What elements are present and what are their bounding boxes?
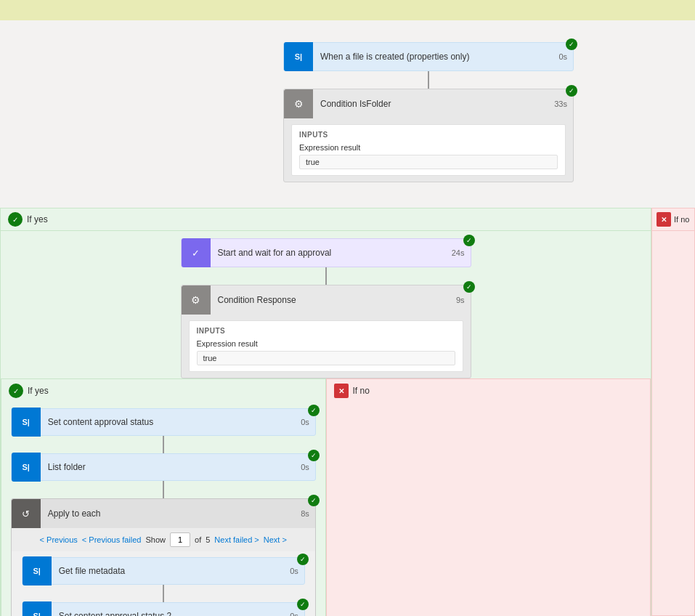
list-folder-block[interactable]: S| List folder 0s ✓ [11,453,316,481]
nested-if-yes-badge: ✓ [9,384,23,398]
apply-each-content: S| Get file metadata 0s ✓ S| [12,551,315,616]
connector-2 [325,267,327,285]
set-approval-block[interactable]: S| Set content approval status 0s ✓ [11,408,316,436]
approval-time: 24s [446,248,471,257]
set-approval2-time: 0s [284,612,304,616]
show-label: Show [146,535,166,544]
pagination-bar: < Previous < Previous failed Show of 5 N… [12,528,315,551]
trigger-block[interactable]: S| When a file is created (properties on… [283,42,574,71]
inputs-label-1: INPUTS [299,131,558,139]
apply-each-time: 8s [295,509,315,518]
set-approval-badge: ✓ [308,405,320,416]
prev-failed-btn[interactable]: < Previous failed [82,535,142,544]
if-yes-label-top: If yes [27,214,48,224]
expr-label-2: Expression result [197,339,455,348]
nested-if-no-badge: ✕ [334,384,349,398]
condition-response-label: Condition Response [211,295,450,305]
expr-value-1: true [299,155,558,169]
condition-isfolder-label: Condition IsFolder [313,99,548,109]
total-pages: 5 [206,535,210,544]
if-yes-header-top: ✓ If yes [0,208,651,231]
nested-if-yes: ✓ If yes S| Set content approval status … [1,378,326,616]
expr-value-2: true [197,351,455,365]
connector-1 [428,71,429,89]
condition-response-block[interactable]: ⚙ Condition Response 9s ✓ INPUTS Express… [181,285,471,378]
set-approval2-block[interactable]: S| Set content approval status 2 0s ✓ [22,602,305,616]
set-approval-time: 0s [295,418,315,426]
approval-icon: ✓ [182,238,211,267]
if-yes-badge-top: ✓ [8,212,23,227]
apply-each-label: Apply to each [41,508,295,519]
condition-isfolder-time: 33s [548,100,573,108]
get-file-time: 0s [284,567,304,575]
connector-4 [163,481,164,498]
inputs-label-2: INPUTS [197,327,455,335]
if-no-column [651,231,695,616]
condition-isfolder-badge: ✓ [566,85,577,97]
if-no-header-top: ✕ If no [651,208,695,231]
if-no-badge-top: ✕ [657,212,671,227]
nested-if-yes-header: ✓ If yes [1,379,325,402]
set-approval2-badge: ✓ [297,599,309,610]
trigger-success-badge: ✓ [566,38,577,50]
condition-resp-icon: ⚙ [182,285,211,315]
get-file-metadata-block[interactable]: S| Get file metadata 0s ✓ [22,557,305,585]
expr-label-1: Expression result [299,143,558,152]
get-file-icon: S| [23,556,52,585]
trigger-time: 0s [553,52,573,61]
condition-response-inputs: INPUTS Expression result true [189,320,463,372]
condition-response-badge: ✓ [463,281,475,293]
condition-response-header: ⚙ Condition Response 9s ✓ [182,285,471,315]
condition-isfolder-inputs: INPUTS Expression result true [291,124,566,176]
list-folder-icon: S| [12,453,41,482]
top-bar [0,0,695,20]
approval-badge: ✓ [463,235,475,246]
apply-each-badge: ✓ [308,495,320,506]
condition-response-time: 9s [450,296,471,304]
sharepoint-icon: S| [284,42,313,71]
apply-each-block[interactable]: ↺ Apply to each 8s ✓ < Previous < Previo… [11,498,316,616]
prev-btn[interactable]: < Previous [40,535,78,544]
nested-if-no: ✕ If no [326,378,651,616]
page-input[interactable] [170,532,190,547]
canvas: S| When a file is created (properties on… [0,20,695,616]
next-btn[interactable]: Next > [264,535,287,544]
get-file-badge: ✓ [297,554,309,565]
set-approval2-label: Set content approval status 2 [52,611,284,616]
approval-label: Start and wait for an approval [211,248,446,258]
if-no-label-top: If no [674,215,689,224]
approval-block[interactable]: ✓ Start and wait for an approval 24s ✓ [181,238,471,267]
nested-if-no-label: If no [353,386,370,396]
apply-each-icon: ↺ [12,499,41,528]
trigger-label: When a file is created (properties only) [313,52,553,62]
list-folder-label: List folder [41,462,295,472]
of-label: of [195,535,201,544]
set-approval-icon: S| [12,408,41,437]
connector-5 [163,585,164,602]
list-folder-badge: ✓ [308,450,320,461]
condition-header: ⚙ Condition IsFolder 33s ✓ [284,89,573,118]
nested-if-yes-label: If yes [28,386,49,396]
nested-if-yes-content: S| Set content approval status 0s ✓ S| L… [1,402,325,616]
condition-icon: ⚙ [284,89,313,118]
apply-each-header: ↺ Apply to each 8s ✓ [12,499,315,528]
nested-branches: ✓ If yes S| Set content approval status … [1,378,651,616]
nested-if-no-header: ✕ If no [327,379,651,402]
set-approval-label: Set content approval status [41,417,295,427]
connector-3 [163,436,164,453]
condition-isfolder-block[interactable]: ⚙ Condition IsFolder 33s ✓ INPUTS Expres… [283,89,574,182]
next-failed-btn[interactable]: Next failed > [214,535,259,544]
if-yes-content-top: ✓ Start and wait for an approval 24s ✓ ⚙… [0,231,651,616]
list-folder-time: 0s [295,463,315,471]
get-file-label: Get file metadata [52,566,284,576]
set-approval2-icon: S| [23,601,52,616]
